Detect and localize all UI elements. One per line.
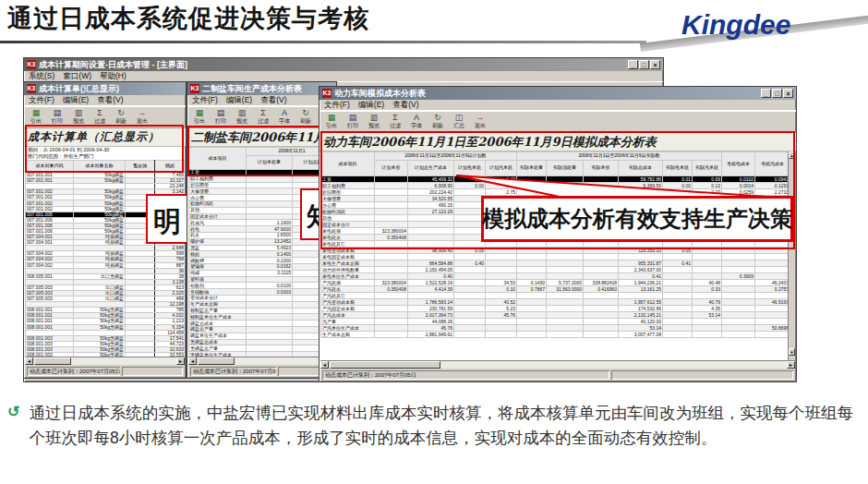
scroll-thumb[interactable]: [330, 361, 440, 369]
filter-button[interactable]: Σ过滤: [90, 108, 110, 127]
table-row[interactable]: 动力对外供电数量2,150,454.052,343,637.00: [321, 267, 789, 273]
list-item[interactable]: 查看(V): [392, 100, 418, 111]
table-row[interactable]: 汽产量44,088.1640,120.00: [321, 319, 789, 325]
print-button[interactable]: ▤打印: [343, 113, 363, 131]
mid-hscrollbar[interactable]: ◄ ►: [188, 357, 335, 365]
right-titlebar[interactable]: K3 动力车间模拟成本分析表 _□×: [319, 87, 796, 100]
list-item[interactable]: □: [772, 89, 782, 98]
column-header[interactable]: 成本对象代码: [26, 161, 74, 173]
right-hscrollbar[interactable]: ◄ ►: [320, 360, 795, 369]
export-button[interactable]: ▦引出: [26, 108, 46, 127]
column-header[interactable]: 氯化钠: [126, 161, 155, 173]
table-row[interactable]: 产汽变动成本额1,786,583.1440.521,957,612.5540.7…: [321, 299, 789, 306]
table-row[interactable]: 精卤0.14004,487.67: [189, 251, 336, 258]
font-button[interactable]: A字体: [406, 113, 427, 131]
list-item[interactable]: 文件(F): [192, 95, 218, 106]
scroll-left-arrow[interactable]: ◄: [188, 357, 197, 365]
table-row[interactable]: 碘酸钾0.10001,109.59: [189, 258, 336, 264]
filter-button[interactable]: Σ过滤: [253, 108, 273, 127]
refresh-button[interactable]: ↻刷新: [428, 113, 448, 131]
list-item[interactable]: 编辑(E): [63, 95, 89, 106]
mid-titlebar[interactable]: K3 二制盐车间生产成本分析表: [187, 82, 336, 95]
list-item[interactable]: 文件(F): [324, 100, 350, 111]
table-row[interactable]: 产汽耗其它: [321, 293, 789, 299]
column-header[interactable]: 计划单耗量: [247, 156, 293, 170]
preview-button[interactable]: ▥预览: [364, 113, 384, 131]
scroll-left-arrow[interactable]: ◄: [25, 357, 33, 365]
table-row[interactable]: 生产成本总额2,881,949.613,007,477.08: [321, 332, 789, 338]
scroll-thumb[interactable]: [198, 357, 235, 365]
table-row[interactable]: 折旧费用: [189, 182, 336, 188]
main-window-controls[interactable]: _□×: [628, 60, 660, 69]
export-button[interactable]: ▦引出: [321, 113, 342, 131]
column-header[interactable]: 成本项目: [321, 152, 375, 176]
scroll-right-arrow[interactable]: ►: [176, 357, 185, 365]
scroll-up-arrow[interactable]: ▲: [789, 151, 795, 159]
table-row[interactable]: 变动成本合计: [189, 295, 336, 301]
print-button[interactable]: ▤打印: [47, 108, 67, 127]
list-item[interactable]: 编辑(E): [358, 100, 384, 111]
scroll-down-arrow[interactable]: ▼: [789, 348, 795, 356]
table-row[interactable]: 职工福利费: [189, 175, 336, 182]
scroll-thumb[interactable]: [34, 357, 71, 365]
column-header[interactable]: 精卤: [155, 161, 186, 173]
table-row[interactable]: 产汽总成本2,017,364.7345.762,132,145.2153.14: [321, 312, 789, 319]
table-row[interactable]: 产汽耗水0.3504084,414.390.100.786731,563.000…: [321, 286, 789, 293]
table-row[interactable]: 亚硝酸钠0.00038.63: [189, 289, 336, 296]
list-item[interactable]: _: [761, 89, 771, 98]
filter-button[interactable]: Σ过滤: [385, 113, 405, 131]
table-row[interactable]: 无碘盐总成本: [189, 339, 336, 345]
table-row[interactable]: 工资: [189, 170, 336, 176]
table-row[interactable]: 纯碱0.11153,575.34: [189, 270, 336, 276]
table-row[interactable]: 碘盐单位生产成本: [189, 333, 336, 339]
scroll-left-arrow[interactable]: ◄: [320, 361, 329, 369]
table-row[interactable]: 松散剂0.0100320.55: [189, 283, 336, 289]
scroll-right-arrow[interactable]: ►: [787, 361, 795, 369]
list-item[interactable]: 帮助(H): [100, 71, 127, 82]
main-titlebar[interactable]: K3 成本计算期间设置-日成本管理 - [主界面] _□×: [24, 58, 663, 71]
refresh-button[interactable]: ↻刷新: [111, 108, 131, 127]
list-item[interactable]: 查看(V): [97, 95, 123, 106]
table-row[interactable]: 塑编袋0.0162517.01: [189, 263, 336, 270]
list-item[interactable]: 窗口(W): [63, 71, 91, 82]
table-row[interactable]: 碘盐总成本: [189, 321, 336, 327]
list-item[interactable]: 系统(S): [29, 71, 54, 82]
left-hscrollbar[interactable]: ◄ ►: [25, 357, 185, 365]
list-item[interactable]: _: [628, 60, 638, 69]
list-item[interactable]: ×: [783, 89, 793, 98]
table-row[interactable]: 产汽单位生产成本45.7653.1450.8696: [321, 325, 789, 332]
table-row[interactable]: 发电单位生产成本0.400.410.3909: [321, 273, 789, 280]
table-row[interactable]: 精制盐总产量: [189, 308, 336, 314]
table-row[interactable]: 塑料袋: [189, 276, 336, 283]
table-row[interactable]: 生产成本总额: [189, 301, 336, 308]
table-row[interactable]: 碘盐总产量: [189, 326, 336, 333]
font-button[interactable]: A字体: [274, 108, 295, 127]
print-button[interactable]: ▤打印: [211, 108, 231, 127]
refresh-button[interactable]: ↻刷新: [295, 108, 316, 127]
preview-button[interactable]: ▥预览: [68, 108, 89, 127]
table-row[interactable]: 产汽固定成本额230,781.595.23174,532.664.35: [321, 306, 789, 312]
table-row[interactable]: 发电变动成本额98,906.400.05116,355.100.05: [321, 248, 789, 254]
table-row[interactable]: 产汽耗煤323.3800041,522,528.1934.530.14305,7…: [321, 280, 789, 286]
table-row[interactable]: 原盐5.49231,763: [189, 245, 336, 251]
list-item[interactable]: 编辑(E): [226, 95, 252, 106]
exit-button[interactable]: →退出: [132, 108, 152, 127]
exit-button[interactable]: →退出: [470, 113, 490, 131]
column-header[interactable]: 计划单价: [375, 161, 408, 176]
list-item[interactable]: 文件(F): [29, 95, 54, 106]
table-row[interactable]: 精制盐单位生产成本: [189, 314, 336, 321]
preview-button[interactable]: ▥预览: [232, 108, 252, 127]
table-row[interactable]: 无碘盐总产量: [189, 345, 336, 352]
list-item[interactable]: □: [639, 60, 649, 69]
table-row[interactable]: 发电生产成本总额864,584.880.40955,331.870.41: [321, 260, 789, 267]
summary-button[interactable]: ◫汇总: [449, 113, 469, 131]
list-item[interactable]: 查看(V): [260, 95, 286, 106]
column-header[interactable]: 计划总生产成本: [408, 161, 454, 176]
left-titlebar[interactable]: K3 成本计算单(汇总显示): [24, 82, 186, 95]
list-item[interactable]: ×: [650, 60, 660, 69]
table-row[interactable]: 发电固定成本额: [321, 254, 789, 260]
column-header[interactable]: 成本对象名称: [74, 161, 126, 173]
export-button[interactable]: ▦引出: [189, 108, 210, 127]
column-header[interactable]: 成本项目: [189, 148, 247, 170]
right-window-controls[interactable]: _□×: [761, 89, 793, 98]
